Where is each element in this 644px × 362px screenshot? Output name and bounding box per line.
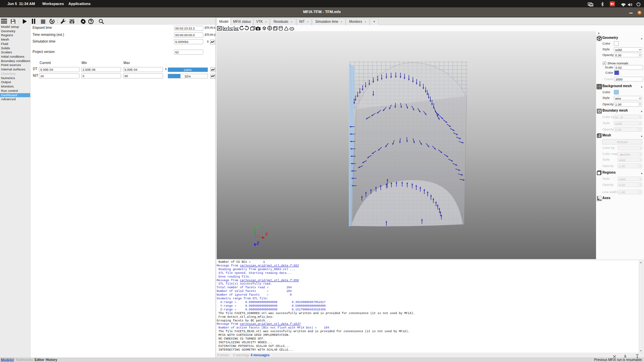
svg-text:X: X xyxy=(265,232,268,237)
svg-text:XZ: XZ xyxy=(235,27,238,30)
svg-text:Y: Y xyxy=(256,225,259,230)
svg-text:Z: Z xyxy=(256,241,259,246)
svg-text:YZ: YZ xyxy=(229,27,233,30)
svg-text:XY: XY xyxy=(223,27,227,30)
